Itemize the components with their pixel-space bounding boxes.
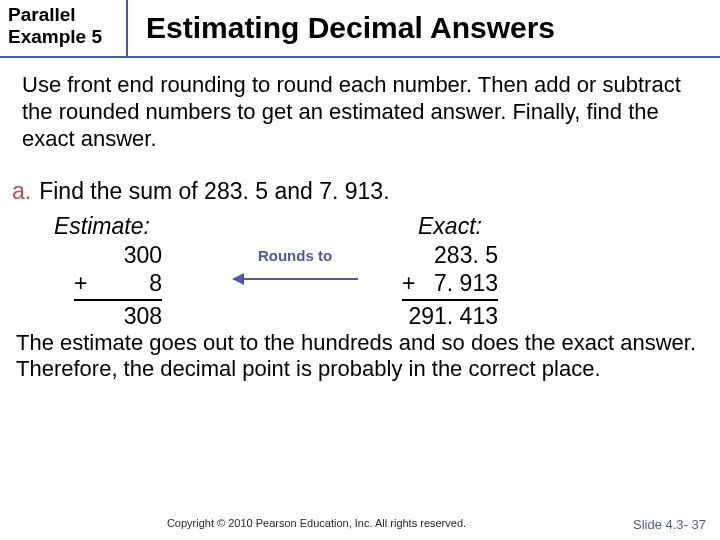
estimate-addend-2: 8 (50, 270, 220, 297)
slide-footer: Copyright © 2010 Pearson Education, Inc.… (0, 517, 720, 532)
example-label-line1: Parallel (8, 4, 120, 26)
arrow-column: Rounds to (220, 213, 370, 288)
svg-marker-1 (232, 273, 244, 285)
exact-heading: Exact: (370, 213, 560, 240)
estimate-rule (74, 299, 162, 301)
instructions-text: Use front end rounding to round each num… (0, 58, 720, 162)
problem-statement: a.Find the sum of 283. 5 and 7. 913. (12, 178, 702, 205)
rounds-to-label: Rounds to (220, 247, 370, 264)
arrow-left-icon (220, 270, 370, 288)
estimate-result: 308 (50, 303, 220, 330)
exact-result: 291. 413 (370, 303, 560, 330)
problem-block: a.Find the sum of 283. 5 and 7. 913. Est… (0, 162, 720, 329)
copyright-text: Copyright © 2010 Pearson Education, Inc.… (0, 517, 633, 532)
exact-column: Exact: 283. 5 7. 913 291. 413 (370, 213, 560, 329)
work-area: Estimate: 300 8 308 Rounds to Exact: 283… (12, 205, 702, 329)
example-label-box: Parallel Example 5 (0, 0, 128, 56)
exact-addend-2: 7. 913 (370, 270, 560, 297)
problem-marker: a. (12, 178, 31, 204)
estimate-column: Estimate: 300 8 308 (50, 213, 220, 329)
slide-number: Slide 4.3- 37 (633, 517, 706, 532)
example-label-line2: Example 5 (8, 26, 120, 48)
estimate-heading: Estimate: (50, 213, 220, 240)
estimate-addend-1: 300 (50, 242, 220, 269)
exact-addend-1: 283. 5 (370, 242, 560, 269)
slide-title: Estimating Decimal Answers (146, 11, 555, 45)
exact-rule (402, 299, 498, 301)
problem-text: Find the sum of 283. 5 and 7. 913. (39, 178, 389, 204)
title-box: Estimating Decimal Answers (128, 0, 720, 56)
slide-header: Parallel Example 5 Estimating Decimal An… (0, 0, 720, 58)
conclusion-text: The estimate goes out to the hundreds an… (0, 330, 720, 383)
